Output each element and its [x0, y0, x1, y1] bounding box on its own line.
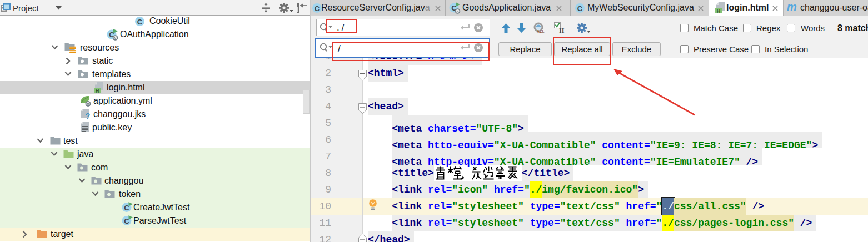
svg-text:?: ? — [86, 112, 91, 120]
svg-text:C: C — [315, 4, 320, 13]
svg-text:C: C — [137, 18, 143, 26]
svg-text:H: H — [96, 88, 99, 94]
svg-text:C: C — [577, 4, 583, 13]
svg-text:II: II — [559, 27, 565, 34]
svg-text:H: H — [717, 8, 721, 14]
